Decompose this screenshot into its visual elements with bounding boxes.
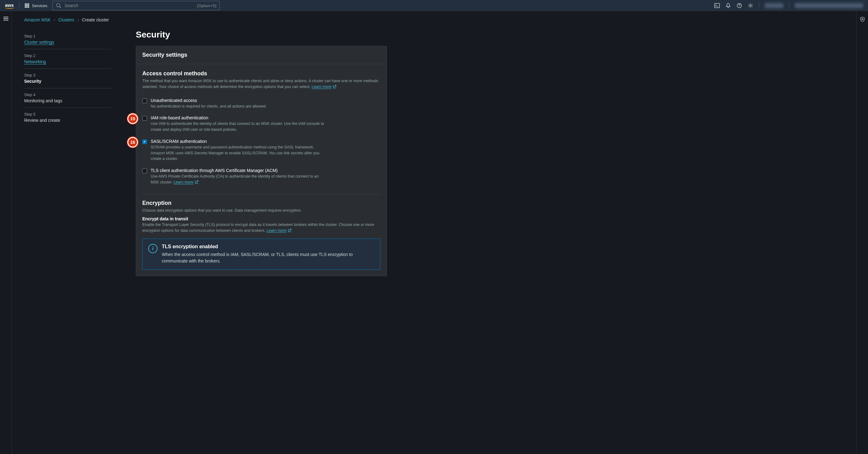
info-icon: i xyxy=(148,244,157,253)
services-label: Services xyxy=(32,3,48,8)
search-shortcut-hint: [Option+S] xyxy=(197,3,216,8)
search-icon xyxy=(56,3,61,8)
breadcrumb-link-clusters[interactable]: Clusters xyxy=(58,18,74,22)
tls-info-box: i TLS encryption enabled When the access… xyxy=(142,239,380,270)
checkbox-input[interactable] xyxy=(142,116,147,121)
breadcrumb-link-msk[interactable]: Amazon MSK xyxy=(24,18,51,22)
checkbox-input[interactable] xyxy=(142,169,147,173)
access-section-desc: The method that you want Amazon MSK to u… xyxy=(142,78,380,90)
step-networking[interactable]: Step 2 Networking xyxy=(24,49,111,69)
help-icon[interactable] xyxy=(737,3,742,8)
right-rail xyxy=(856,11,868,454)
top-header: aws Services [Option+S] xyxy=(0,0,868,11)
checkbox-desc: Use IAM to authenticate the identity of … xyxy=(151,121,324,133)
gear-icon[interactable] xyxy=(748,3,753,8)
svg-point-4 xyxy=(750,5,751,6)
aws-logo[interactable]: aws xyxy=(5,3,14,9)
svg-point-5 xyxy=(862,19,863,20)
breadcrumb-current: Create cluster xyxy=(82,18,109,22)
external-link-icon xyxy=(195,181,198,184)
hamburger-icon[interactable] xyxy=(3,17,8,21)
breadcrumb: Amazon MSK › Clusters › Create cluster xyxy=(24,18,371,22)
checkbox-input[interactable] xyxy=(142,99,147,103)
chevron-right-icon: › xyxy=(78,18,79,22)
tls-learn-more-link[interactable]: Learn more xyxy=(174,180,198,185)
encrypt-transit-desc: Enable the Transport Layer Security (TLS… xyxy=(142,222,380,234)
step-review: Step 5 Review and create xyxy=(24,108,111,127)
cloudshell-icon[interactable] xyxy=(714,3,720,8)
region-selector[interactable] xyxy=(765,3,783,8)
encrypt-transit-title: Encrypt data in transit xyxy=(142,216,380,221)
checkbox-label: TLS client authentication through AWS Ce… xyxy=(151,168,324,173)
checkbox-label: SASL/SCRAM authentication xyxy=(151,139,324,144)
svg-point-0 xyxy=(56,3,60,7)
step-security: Step 3 Security xyxy=(24,69,111,88)
svg-line-1 xyxy=(60,6,61,8)
search-box[interactable]: [Option+S] xyxy=(52,1,220,10)
chevron-right-icon: › xyxy=(54,18,56,22)
checkbox-tls-acm: TLS client authentication through AWS Ce… xyxy=(142,165,380,188)
checkbox-unauthenticated: Unauthenticated access No authentication… xyxy=(142,95,380,112)
step-monitoring: Step 4 Monitoring and tags xyxy=(24,88,111,108)
access-learn-more-link[interactable]: Learn more xyxy=(312,84,336,90)
info-desc: When the access control method is IAM, S… xyxy=(162,251,374,264)
checkbox-label: IAM role-based authentication xyxy=(151,115,324,120)
external-link-icon xyxy=(288,229,291,232)
checkbox-desc: SCRAM provides a username and password a… xyxy=(151,144,324,162)
account-menu[interactable] xyxy=(795,3,863,8)
encryption-section-title: Encryption xyxy=(142,200,380,206)
security-panel: Security settings Access control methods… xyxy=(136,46,387,276)
svg-rect-2 xyxy=(715,3,719,8)
checkbox-desc: Use AWS Private Certificate Authority (C… xyxy=(151,173,324,185)
bell-icon[interactable] xyxy=(725,3,731,8)
checkbox-iam: 15 IAM role-based authentication Use IAM… xyxy=(142,112,380,136)
info-title: TLS encryption enabled xyxy=(162,244,374,250)
page-title: Security xyxy=(136,30,387,40)
shield-icon[interactable] xyxy=(860,17,865,22)
external-link-icon xyxy=(333,85,336,89)
step-cluster-settings[interactable]: Step 1 Cluster settings xyxy=(24,30,111,49)
panel-title: Security settings xyxy=(142,52,380,58)
callout-badge: 15 xyxy=(127,114,138,124)
left-rail xyxy=(0,11,12,454)
encryption-learn-more-link[interactable]: Learn more xyxy=(267,228,291,234)
wizard-steps: Step 1 Cluster settings Step 2 Networkin… xyxy=(24,30,111,276)
checkbox-label: Unauthenticated access xyxy=(151,98,267,103)
search-input[interactable] xyxy=(64,3,194,8)
panel-header: Security settings xyxy=(136,46,386,64)
callout-badge: 16 xyxy=(127,137,138,148)
checkbox-desc: No authentication is required for client… xyxy=(151,103,267,109)
checkbox-sasl-scram: 16 SASL/SCRAM authentication SCRAM provi… xyxy=(142,136,380,165)
grid-icon xyxy=(25,3,29,8)
checkbox-input[interactable] xyxy=(142,139,147,144)
services-menu-button[interactable]: Services xyxy=(25,3,48,8)
encryption-section-desc: Choose data encryption options that you … xyxy=(142,207,380,214)
access-section-title: Access control methods xyxy=(142,70,380,77)
